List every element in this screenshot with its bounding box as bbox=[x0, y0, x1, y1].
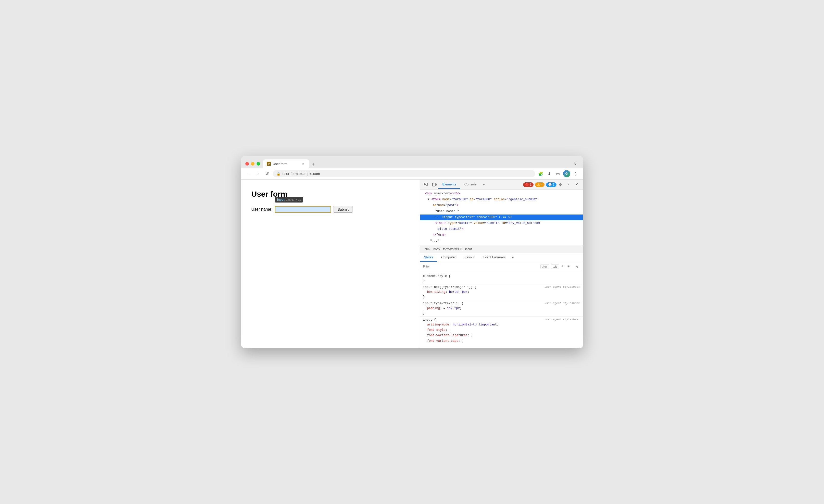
devtools-close-icon[interactable]: × bbox=[573, 181, 581, 189]
address-bar[interactable]: 🔒 bbox=[273, 170, 535, 177]
svg-text:U: U bbox=[268, 163, 270, 165]
tab-close-button[interactable]: × bbox=[301, 162, 306, 166]
profile-avatar[interactable]: G bbox=[563, 170, 570, 177]
styles-content: element.style { } user agent stylesheet … bbox=[420, 271, 583, 348]
dom-line[interactable]: ▼ <form name="form300" id="form300" acti… bbox=[420, 197, 583, 203]
style-source: user agent stylesheet bbox=[544, 302, 580, 305]
input-not-image-rule: user agent stylesheet input:not([type="i… bbox=[420, 284, 583, 300]
tooltip-size: 146.67 × 21 bbox=[286, 198, 301, 201]
tab-console[interactable]: Console bbox=[460, 180, 481, 189]
form-row: User name: input 146.67 × 21 Submit bbox=[251, 206, 410, 213]
dom-line-selected[interactable]: ··· <input type="text" name="n300" > == … bbox=[420, 214, 583, 220]
devtools-settings-icon[interactable]: ⚙ bbox=[556, 181, 564, 189]
svg-rect-7 bbox=[432, 183, 435, 186]
style-source: user agent stylesheet bbox=[544, 285, 580, 289]
tab-overflow-button[interactable]: ∨ bbox=[572, 159, 579, 168]
tooltip-tag: input bbox=[277, 198, 284, 201]
dom-tree: <h5> user-form</h5> ▼ <form name="form30… bbox=[420, 190, 583, 245]
dom-line[interactable]: <h5> user-form</h5> bbox=[420, 191, 583, 197]
computed-sidebar-button[interactable]: ⊞ bbox=[565, 264, 572, 270]
style-close-brace: } bbox=[423, 311, 580, 315]
devtools-menu-icon[interactable]: ⋮ bbox=[564, 181, 573, 189]
styles-tab[interactable]: Styles bbox=[420, 253, 437, 262]
dom-line[interactable]: <input type="submit" value="Submit" id="… bbox=[420, 220, 583, 226]
close-button[interactable] bbox=[245, 162, 249, 166]
style-prop-line[interactable]: font-style: ; bbox=[423, 327, 580, 333]
input-tooltip: input 146.67 × 21 bbox=[275, 197, 303, 203]
username-input[interactable] bbox=[275, 206, 331, 213]
page-content: User form User name: input 146.67 × 21 S… bbox=[241, 180, 420, 348]
refresh-button[interactable]: ↺ bbox=[264, 170, 271, 177]
style-prop-line[interactable]: padding: ▶ 1px 2px; bbox=[423, 306, 580, 311]
info-icon: 💬 bbox=[548, 183, 552, 186]
style-selector[interactable]: element.style { bbox=[423, 275, 580, 278]
extensions-icon[interactable]: 🧩 bbox=[537, 170, 544, 177]
content-area: User form User name: input 146.67 × 21 S… bbox=[241, 180, 583, 348]
dom-line[interactable]: method="post"> bbox=[420, 203, 583, 208]
minimize-button[interactable] bbox=[251, 162, 254, 166]
style-selector[interactable]: user agent stylesheet input { bbox=[423, 318, 580, 322]
style-selector[interactable]: user agent stylesheet input:not([type="i… bbox=[423, 285, 580, 289]
warning-icon: ⚠ bbox=[537, 183, 540, 186]
download-icon[interactable]: ⬇ bbox=[546, 170, 553, 177]
error-icon: 🔴 bbox=[525, 183, 529, 186]
style-selector[interactable]: user agent stylesheet input[type="text" … bbox=[423, 302, 580, 305]
new-tab-button[interactable]: + bbox=[310, 161, 317, 168]
devtools-panel-tabs: Elements Console » bbox=[438, 180, 523, 189]
error-badge: 🔴 1 bbox=[523, 182, 533, 187]
breadcrumb-body[interactable]: body bbox=[432, 247, 441, 251]
dom-line[interactable]: </form> bbox=[420, 232, 583, 238]
device-toolbar-icon[interactable] bbox=[430, 181, 438, 189]
back-button[interactable]: ← bbox=[245, 170, 252, 177]
style-tabs-bar: Styles Computed Layout Event Listeners » bbox=[420, 253, 583, 262]
title-bar: U User form × + ∨ bbox=[241, 156, 583, 168]
input-rule: user agent stylesheet input { writing-mo… bbox=[420, 317, 583, 345]
pseudo-classes-button[interactable]: :hov bbox=[540, 264, 549, 269]
warning-count: 4 bbox=[541, 183, 542, 186]
breadcrumb-input[interactable]: input bbox=[463, 247, 473, 251]
browser-toolbar: ← → ↺ 🔒 🧩 ⬇ ▭ G ⋮ bbox=[241, 168, 583, 180]
dom-line[interactable]: "User name: " bbox=[420, 209, 583, 214]
filter-input[interactable] bbox=[423, 265, 538, 268]
filter-bar: :hov .cls + ⊞ ◁ bbox=[420, 262, 583, 271]
form-label: User name: bbox=[251, 207, 273, 212]
breadcrumb-html[interactable]: html bbox=[423, 247, 432, 251]
style-prop-line[interactable]: box-sizing: border-box; bbox=[423, 290, 580, 295]
browser-menu-icon[interactable]: ⋮ bbox=[572, 170, 579, 177]
more-style-tabs[interactable]: » bbox=[510, 254, 516, 262]
svg-rect-2 bbox=[424, 183, 426, 184]
maximize-button[interactable] bbox=[256, 162, 260, 166]
address-input[interactable] bbox=[283, 172, 531, 176]
event-listeners-tab[interactable]: Event Listeners bbox=[479, 253, 510, 262]
svg-rect-8 bbox=[435, 184, 436, 185]
tab-title: User form bbox=[273, 162, 299, 166]
devtools-badges: 🔴 1 ⚠ 4 💬 2 bbox=[523, 182, 556, 187]
tab-bar: U User form × + ∨ bbox=[263, 159, 579, 168]
style-prop-line[interactable]: writing-mode: horizontal-tb !important; bbox=[423, 322, 580, 327]
secure-icon: 🔒 bbox=[277, 172, 281, 176]
style-close-brace: } bbox=[423, 279, 580, 283]
layout-tab[interactable]: Layout bbox=[460, 253, 479, 262]
style-prop-line[interactable]: font-variant-caps: ; bbox=[423, 338, 580, 344]
info-badge: 💬 2 bbox=[546, 182, 556, 187]
add-style-rule-button[interactable]: + bbox=[561, 264, 563, 269]
cast-icon[interactable]: ▭ bbox=[554, 170, 561, 177]
active-tab[interactable]: U User form × bbox=[263, 160, 309, 168]
submit-button[interactable]: Submit bbox=[333, 206, 352, 213]
browser-window: U User form × + ∨ ← → ↺ 🔒 🧩 ⬇ ▭ bbox=[241, 156, 583, 348]
breadcrumb-form[interactable]: form#form300 bbox=[441, 247, 463, 251]
element-style-rule: element.style { } bbox=[420, 274, 583, 284]
error-count: 1 bbox=[530, 183, 531, 186]
sources-button[interactable]: ◁ bbox=[574, 264, 580, 270]
dom-line[interactable]: plete_submit"> bbox=[420, 226, 583, 232]
warning-badge: ⚠ 4 bbox=[535, 182, 544, 187]
tab-elements[interactable]: Elements bbox=[438, 180, 460, 189]
style-source: user agent stylesheet bbox=[544, 318, 580, 321]
style-prop-line[interactable]: font-variant-ligatures: ; bbox=[423, 333, 580, 338]
more-devtools-tabs[interactable]: » bbox=[481, 182, 487, 188]
dom-line[interactable]: "..." bbox=[420, 238, 583, 244]
inspect-element-icon[interactable] bbox=[422, 181, 430, 189]
class-toggle-button[interactable]: .cls bbox=[551, 264, 559, 269]
forward-button[interactable]: → bbox=[254, 170, 262, 177]
computed-tab[interactable]: Computed bbox=[437, 253, 460, 262]
